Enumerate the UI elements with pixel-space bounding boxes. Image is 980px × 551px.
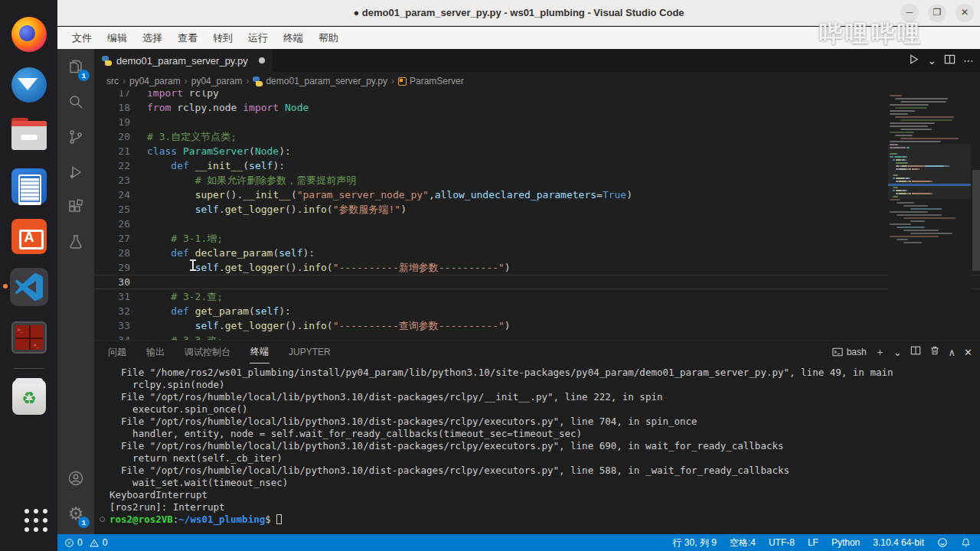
status-encoding[interactable]: UTF-8 xyxy=(769,537,795,548)
account-icon[interactable] xyxy=(57,461,94,496)
line-number: 18 xyxy=(94,100,130,115)
python-file-icon xyxy=(102,56,112,66)
vscode-icon[interactable] xyxy=(10,268,48,306)
kill-terminal-button[interactable] xyxy=(929,345,940,359)
menu-item-1[interactable]: 编辑 xyxy=(100,29,134,47)
maximize-panel-chevron-icon[interactable]: ∧ xyxy=(949,347,956,358)
breadcrumb-item-4[interactable]: ParamServer xyxy=(398,76,464,86)
code-line-22[interactable]: 22 def __init__(self): xyxy=(94,158,980,173)
line-number: 17 xyxy=(94,90,130,100)
run-dropdown-chevron-icon[interactable]: ⌄ xyxy=(927,54,936,67)
feedback-icon[interactable] xyxy=(937,537,948,548)
line-number: 28 xyxy=(94,246,130,260)
testing-icon[interactable] xyxy=(57,225,94,260)
breadcrumb-item-0[interactable]: src xyxy=(106,76,119,86)
code-line-18[interactable]: 18from rclpy.node import Node xyxy=(94,100,980,115)
code-line-19[interactable]: 19 xyxy=(94,115,980,129)
terminal-line: File "/opt/ros/humble/local/lib/python3.… xyxy=(109,465,975,477)
split-editor-button[interactable] xyxy=(944,54,956,68)
editor-scrollbar[interactable] xyxy=(972,170,980,271)
ubuntu-software-icon[interactable] xyxy=(10,217,48,256)
code-line-27[interactable]: 27 # 3-1.增; xyxy=(94,231,980,246)
menu-item-0[interactable]: 文件 xyxy=(65,29,99,47)
modified-dot-icon[interactable] xyxy=(259,57,265,64)
breadcrumb-separator: › xyxy=(185,76,188,86)
tab-demo01-param-server[interactable]: demo01_param_server_py.py xyxy=(94,49,273,72)
breadcrumb-item-1[interactable]: py04_param xyxy=(129,76,181,86)
code-line-20[interactable]: 20# 3.自定义节点类; xyxy=(94,129,980,144)
panel-tab-3[interactable]: 终端 xyxy=(250,341,270,364)
panel-tab-4[interactable]: JUPYTER xyxy=(288,342,332,362)
files-icon[interactable] xyxy=(10,116,48,155)
breadcrumb-label: py04_param xyxy=(191,76,243,86)
trash-icon[interactable]: ♻ xyxy=(10,378,48,416)
code-line-33[interactable]: 33 self.get_logger().info("----------查询参… xyxy=(94,318,980,333)
minimap[interactable] xyxy=(888,90,971,340)
firefox-icon[interactable] xyxy=(10,15,48,54)
line-number: 20 xyxy=(94,129,130,144)
terminal-shell-label[interactable]: bash xyxy=(832,347,867,357)
search-icon[interactable] xyxy=(57,84,94,119)
screen: >_>_ ♻ ● demo01_param_server_py.py - ws0… xyxy=(0,0,980,551)
source-control-icon[interactable] xyxy=(57,119,94,155)
notifications-bell-icon[interactable] xyxy=(961,537,971,548)
menu-item-7[interactable]: 帮助 xyxy=(312,29,345,47)
menu-item-2[interactable]: 选择 xyxy=(136,29,169,47)
close-button[interactable]: ✕ xyxy=(956,4,974,22)
panel-tab-2[interactable]: 调试控制台 xyxy=(184,341,231,364)
code-line-31[interactable]: 31 # 3-2.查; xyxy=(94,289,980,304)
code-editor[interactable]: 17import rclpy18from rclpy.node import N… xyxy=(94,90,980,340)
menu-item-4[interactable]: 转到 xyxy=(206,29,240,47)
line-number: 29 xyxy=(94,260,130,275)
status-indentation[interactable]: 空格:4 xyxy=(730,536,756,549)
breadcrumb-item-3[interactable]: demo01_param_server_py.py xyxy=(253,76,387,86)
problems-indicator[interactable]: 0 0 xyxy=(64,537,107,548)
status-cursor-position[interactable]: 行 30, 列 9 xyxy=(673,536,717,549)
more-actions-button[interactable]: ⋯ xyxy=(963,54,974,67)
code-line-23[interactable]: 23 # 如果允许删除参数，需要提前声明 xyxy=(94,173,980,187)
status-interpreter[interactable]: 3.10.4 64-bit xyxy=(873,537,924,548)
menu-item-6[interactable]: 终端 xyxy=(276,29,310,47)
launch-profile-chevron-icon[interactable]: ⌄ xyxy=(893,347,902,358)
explorer-icon[interactable]: 1 xyxy=(57,49,94,84)
code-line-24[interactable]: 24 super().__init__("param_server_node_p… xyxy=(94,187,980,202)
code-line-32[interactable]: 32 def get_param(self): xyxy=(94,304,980,318)
close-panel-button[interactable]: ✕ xyxy=(964,347,972,358)
window-title: ● demo01_param_server_py.py - ws01_plumb… xyxy=(57,0,980,26)
thunderbird-icon[interactable] xyxy=(10,66,48,104)
code-line-34[interactable]: 34 # 3-3.改; xyxy=(94,333,980,340)
menu-item-3[interactable]: 查看 xyxy=(171,29,204,47)
code-line-28[interactable]: 28 def declare_param(self): xyxy=(94,246,980,260)
status-language[interactable]: Python xyxy=(831,537,860,548)
code-line-17[interactable]: 17import rclpy xyxy=(94,90,980,100)
line-number: 27 xyxy=(94,231,130,246)
code-line-text: # 如果允许删除参数，需要提前声明 xyxy=(147,173,356,187)
activity-bar: 1 xyxy=(57,49,94,534)
code-line-29[interactable]: 29 self.get_logger().info("----------新增参… xyxy=(94,260,980,275)
run-and-debug-icon[interactable] xyxy=(57,155,94,190)
status-eol[interactable]: LF xyxy=(808,537,818,548)
panel-tab-1[interactable]: 输出 xyxy=(145,341,165,364)
run-python-file-button[interactable] xyxy=(908,54,920,68)
show-applications-icon[interactable] xyxy=(24,509,47,532)
command-decoration-icon[interactable] xyxy=(100,517,105,522)
panel-tab-0[interactable]: 问题 xyxy=(107,341,127,364)
code-line-21[interactable]: 21class ParamServer(Node): xyxy=(94,144,980,158)
code-line-text: super().__init__("param_server_node_py",… xyxy=(147,187,632,202)
menu-item-5[interactable]: 运行 xyxy=(241,29,275,47)
libreoffice-writer-icon[interactable] xyxy=(10,167,48,205)
extensions-icon[interactable] xyxy=(57,190,94,225)
manage-gear-icon[interactable]: ⚙ 1 xyxy=(57,496,94,531)
code-line-26[interactable]: 26 xyxy=(94,217,980,231)
new-terminal-button[interactable]: ＋ xyxy=(875,345,885,359)
terminator-icon[interactable]: >_>_ xyxy=(10,318,48,357)
terminal-line: wait_set.wait(timeout_nsec) xyxy=(109,477,975,489)
code-line-30[interactable]: 30 xyxy=(94,275,980,289)
terminal-cursor xyxy=(276,514,282,524)
breadcrumb-item-2[interactable]: py04_param xyxy=(191,76,243,86)
maximize-button[interactable]: ❐ xyxy=(928,4,946,22)
minimize-button[interactable]: ─ xyxy=(900,4,919,22)
code-line-25[interactable]: 25 self.get_logger().info("参数服务端!") xyxy=(94,202,980,217)
split-terminal-button[interactable] xyxy=(910,345,921,359)
terminal-output[interactable]: File "/home/ros2/ws01_plumbing/install/p… xyxy=(109,367,975,534)
